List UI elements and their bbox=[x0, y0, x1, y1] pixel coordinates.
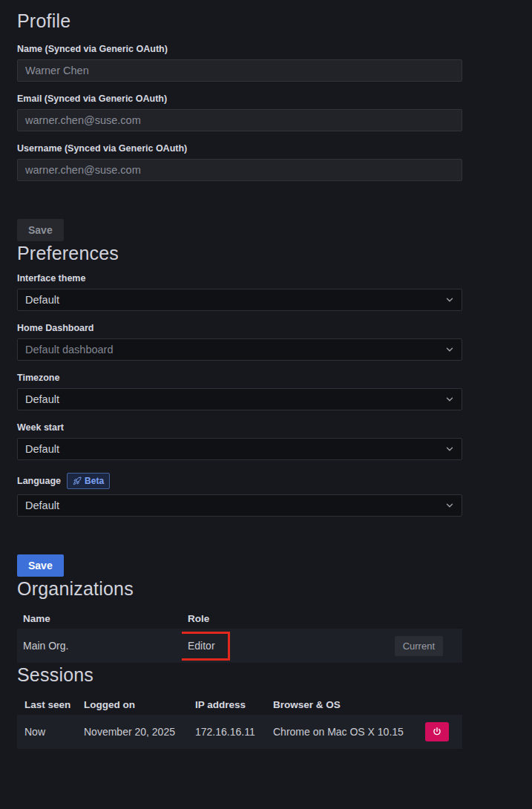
organizations-table: Name Role Main Org. Editor Current bbox=[17, 608, 462, 663]
timezone-label: Timezone bbox=[17, 373, 462, 383]
language-select[interactable]: Default bbox=[17, 494, 462, 517]
chevron-down-icon bbox=[444, 394, 455, 404]
sess-col-browser: Browser & OS bbox=[266, 694, 418, 715]
session-ip-cell: 172.16.16.11 bbox=[188, 715, 266, 749]
sess-col-logged-on: Logged on bbox=[76, 694, 188, 715]
sessions-header-row: Last seen Logged on IP address Browser &… bbox=[17, 694, 462, 715]
language-group: Language Beta Default bbox=[17, 473, 462, 517]
home-dashboard-group: Home Dashboard Default dashboard bbox=[17, 324, 462, 361]
name-field-label: Name (Synced via Generic OAuth) bbox=[17, 45, 462, 54]
sessions-table: Last seen Logged on IP address Browser &… bbox=[17, 694, 462, 749]
interface-theme-value: Default bbox=[25, 294, 59, 306]
sess-col-ip: IP address bbox=[188, 694, 266, 715]
week-start-label: Week start bbox=[17, 423, 462, 433]
profile-page: Profile Name (Synced via Generic OAuth) … bbox=[17, 0, 462, 749]
name-input[interactable] bbox=[17, 59, 462, 82]
chevron-down-icon bbox=[444, 444, 455, 454]
profile-section-title: Profile bbox=[17, 9, 462, 33]
preferences-section-title: Preferences bbox=[17, 241, 462, 265]
beta-badge-label: Beta bbox=[85, 476, 104, 486]
org-col-name: Name bbox=[17, 608, 182, 629]
home-dashboard-value: Default dashboard bbox=[25, 344, 114, 356]
beta-badge: Beta bbox=[67, 473, 110, 489]
org-col-role: Role bbox=[182, 608, 388, 629]
org-col-actions bbox=[388, 608, 462, 629]
session-logged-on-cell: November 20, 2025 bbox=[76, 715, 188, 749]
week-start-select[interactable]: Default bbox=[17, 438, 462, 460]
annotation-highlight-box: Editor bbox=[182, 632, 230, 661]
rocket-icon bbox=[73, 476, 82, 485]
name-field-group: Name (Synced via Generic OAuth) bbox=[17, 45, 462, 82]
email-field-group: Email (Synced via Generic OAuth) bbox=[17, 94, 462, 131]
interface-theme-label: Interface theme bbox=[17, 274, 462, 284]
session-row: Now November 20, 2025 172.16.16.11 Chrom… bbox=[17, 715, 462, 749]
chevron-down-icon bbox=[444, 500, 455, 511]
timezone-group: Timezone Default bbox=[17, 373, 462, 410]
org-role-value: Editor bbox=[188, 640, 215, 652]
home-dashboard-select[interactable]: Default dashboard bbox=[17, 338, 462, 361]
power-icon bbox=[432, 727, 442, 737]
org-name-cell: Main Org. bbox=[17, 629, 182, 663]
sess-col-actions bbox=[418, 694, 462, 715]
chevron-down-icon bbox=[444, 295, 455, 305]
week-start-group: Week start Default bbox=[17, 423, 462, 460]
interface-theme-select[interactable]: Default bbox=[17, 289, 462, 311]
sessions-section-title: Sessions bbox=[17, 663, 462, 687]
session-browser-cell: Chrome on Mac OS X 10.15 bbox=[266, 715, 418, 749]
preferences-save-button[interactable]: Save bbox=[17, 554, 64, 577]
org-role-cell: Editor bbox=[182, 629, 388, 663]
username-field-group: Username (Synced via Generic OAuth) bbox=[17, 144, 462, 181]
current-org-badge: Current bbox=[395, 636, 443, 656]
interface-theme-group: Interface theme Default bbox=[17, 274, 462, 311]
timezone-value: Default bbox=[25, 393, 59, 405]
username-field-label: Username (Synced via Generic OAuth) bbox=[17, 144, 462, 154]
organizations-section-title: Organizations bbox=[17, 577, 462, 600]
language-value: Default bbox=[25, 500, 59, 511]
revoke-session-button[interactable] bbox=[425, 722, 449, 741]
profile-save-button[interactable]: Save bbox=[17, 219, 64, 241]
email-field-label: Email (Synced via Generic OAuth) bbox=[17, 94, 462, 104]
chevron-down-icon bbox=[444, 344, 455, 355]
week-start-value: Default bbox=[25, 443, 59, 455]
organizations-header-row: Name Role bbox=[17, 608, 462, 629]
timezone-select[interactable]: Default bbox=[17, 388, 462, 410]
language-label: Language bbox=[17, 476, 61, 486]
session-action-cell bbox=[418, 715, 462, 749]
username-input[interactable] bbox=[17, 159, 462, 181]
session-last-seen-cell: Now bbox=[17, 715, 76, 749]
sess-col-last-seen: Last seen bbox=[17, 694, 76, 715]
email-input[interactable] bbox=[17, 109, 462, 131]
home-dashboard-label: Home Dashboard bbox=[17, 324, 462, 333]
org-badge-cell: Current bbox=[388, 629, 462, 663]
organization-row: Main Org. Editor Current bbox=[17, 629, 462, 663]
